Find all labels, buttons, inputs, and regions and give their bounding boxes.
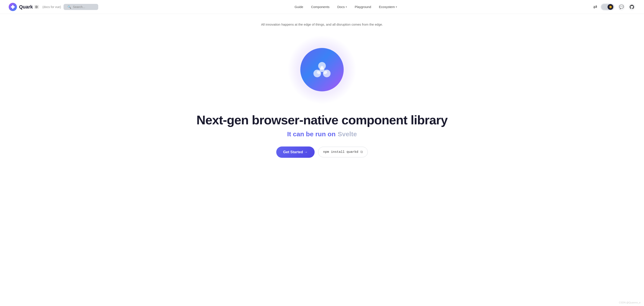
get-started-button[interactable]: Get Started → [276,146,315,158]
docs-for-vue-label: (docs for vue) [42,5,61,9]
svg-rect-4 [320,66,323,70]
copy-icon[interactable]: ⧉ [360,150,363,154]
hero-cta: Get Started → npm install quarkd ⧉ [276,146,368,158]
hero-headline: Next-gen browser-native component librar… [196,113,448,127]
nav-link-playground[interactable]: Playground [355,5,371,9]
theme-knob: ☀️ [608,4,613,10]
hero-tagline: All innovation happens at the edge of th… [261,23,383,26]
navbar-center: Guide Components Docs ▾ Playground Ecosy… [294,5,397,9]
hero-logo-circle [300,48,344,91]
hero-logo-wrapper [287,35,357,104]
translate-icon[interactable]: ⇄ [593,4,597,10]
navbar-left: Quark D (docs for vue) 🔍 Search... [9,3,98,11]
sun-icon: ☀️ [609,5,612,9]
nav-link-guide[interactable]: Guide [294,5,303,9]
theme-toggle-track: ☀️ [601,4,614,10]
npm-command-text: npm install quarkd [323,150,358,154]
subtitle-framework: Svelte [338,130,357,138]
subtitle-main: It can be run on [287,130,336,138]
brand-name: Quark D [19,4,39,10]
brand-badge: D [34,5,39,9]
navbar-right: ⇄ ☀️ 💬 [593,4,635,11]
ecosystem-dropdown-chevron: ▾ [396,6,397,9]
nav-link-components[interactable]: Components [311,5,329,9]
nav-link-docs[interactable]: Docs ▾ [337,5,347,9]
theme-toggle[interactable]: ☀️ [601,4,614,11]
hero-subtitle: It can be run on Svelte [287,130,357,138]
hero-section: All innovation happens at the edge of th… [0,14,644,175]
npm-install-box[interactable]: npm install quarkd ⧉ [318,147,368,157]
docs-dropdown-chevron: ▾ [346,6,347,9]
hero-quark-logo [310,58,334,82]
chat-icon[interactable]: 💬 [618,4,625,11]
logo-wrapper[interactable]: Quark D [9,3,39,11]
watermark: CSDN @Quanmo_e [619,301,640,304]
nav-link-ecosystem[interactable]: Ecosystem ▾ [379,5,397,9]
navbar: Quark D (docs for vue) 🔍 Search... Guide… [0,0,644,14]
search-button[interactable]: 🔍 Search... [64,4,98,10]
search-icon: 🔍 [68,5,71,9]
quark-logo-icon [9,3,17,11]
github-icon[interactable] [628,4,635,11]
